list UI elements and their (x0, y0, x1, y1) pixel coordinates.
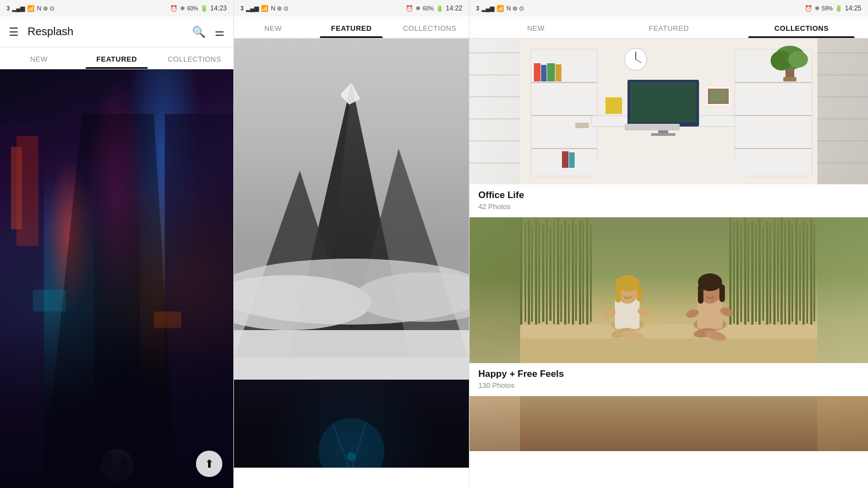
search-icon[interactable]: 🔍 (192, 25, 206, 39)
svg-rect-56 (605, 97, 622, 114)
svg-rect-57 (575, 123, 589, 128)
status-left-3: 3 ▂▄▆ 📶 N ⊛ ⊙ (476, 5, 524, 12)
svg-rect-5 (33, 289, 66, 311)
happy-free-photo (470, 217, 868, 363)
collection-info-2: Happy + Free Feels 130 Photos (470, 363, 868, 396)
collection-count-2: 130 Photos (478, 381, 859, 390)
time-2: 14:22 (446, 4, 462, 12)
svg-rect-130 (520, 396, 817, 451)
status-icons-1: N ⊛ ⊙ (37, 5, 54, 12)
third-collection-photo (470, 396, 868, 451)
svg-rect-41 (651, 133, 675, 136)
time-1: 14:23 (210, 4, 227, 12)
collection-item-1[interactable]: Office Life 42 Photos (470, 39, 868, 217)
wifi-icon-1: 📶 (27, 5, 35, 12)
status-right-2: ⏰ ❄ 60% 🔋 14:22 (406, 4, 462, 12)
mountain-area (234, 39, 469, 488)
alarm-icon-2: ⏰ (406, 5, 413, 12)
header-icons: 🔍 ⚌ (192, 25, 225, 39)
dark-scene-svg (234, 380, 469, 468)
alarm-icon-1: ⏰ (170, 5, 178, 12)
tab-bar-1: NEW FEATURED COLLECTIONS (0, 47, 233, 69)
tab-new-3[interactable]: NEW (470, 17, 602, 38)
collection-item-2[interactable]: Happy + Free Feels 130 Photos (470, 217, 868, 396)
tab-featured-3[interactable]: FEATURED (602, 17, 735, 38)
filter-icon[interactable]: ⚌ (215, 25, 225, 39)
bluetooth-icon-1: ❄ (180, 5, 185, 12)
svg-rect-32 (547, 63, 555, 81)
bars-icon-3: ▂▄▆ (482, 5, 495, 12)
bluetooth-icon-2: ❄ (416, 5, 421, 12)
svg-point-8 (103, 452, 112, 474)
mountain-svg (234, 39, 469, 380)
battery-icon-2: 🔋 (436, 5, 444, 12)
app-title: Resplash (28, 25, 192, 38)
photo-area-1: ⬆ (0, 69, 233, 488)
collection-info-1: Office Life 42 Photos (470, 184, 868, 217)
wifi-icon-3: 📶 (496, 5, 504, 12)
status-left-1: 3 ▂▄▆ 📶 N ⊛ ⊙ (7, 5, 54, 12)
status-bar-3: 3 ▂▄▆ 📶 N ⊛ ⊙ ⏰ ❄ 59% 🔋 14:25 (470, 0, 868, 17)
svg-rect-33 (555, 64, 561, 81)
tab-featured-1[interactable]: FEATURED (78, 47, 155, 69)
status-icons-2: N ⊛ ⊙ (271, 5, 288, 12)
tab-collections-3[interactable]: COLLECTIONS (735, 17, 868, 38)
svg-rect-128 (520, 217, 817, 363)
svg-rect-31 (541, 65, 547, 81)
svg-rect-58 (592, 162, 746, 179)
third-svg (470, 396, 868, 451)
app-header: ☰ Resplash 🔍 ⚌ (0, 17, 233, 47)
svg-point-7 (101, 449, 134, 482)
office-life-photo (470, 39, 868, 184)
tab-collections-1[interactable]: COLLECTIONS (156, 47, 233, 69)
battery-pct-2: 60% (423, 6, 434, 12)
svg-rect-60 (710, 91, 727, 102)
svg-rect-51 (783, 77, 796, 81)
svg-rect-3 (165, 114, 233, 476)
svg-rect-2 (11, 147, 22, 229)
signal-strength-2: 3 (241, 6, 244, 12)
menu-icon[interactable]: ☰ (9, 25, 19, 39)
bars-icon-1: ▂▄▆ (12, 5, 25, 12)
wifi-icon-2: 📶 (261, 5, 269, 12)
bars-icon-2: ▂▄▆ (246, 5, 259, 12)
tab-bar-3: NEW FEATURED COLLECTIONS (470, 17, 868, 39)
mountain-photo (234, 39, 469, 380)
svg-point-9 (119, 456, 127, 475)
signal-strength-1: 3 (7, 6, 10, 12)
svg-rect-30 (534, 63, 541, 81)
battery-pct-3: 59% (822, 6, 833, 12)
svg-rect-42 (735, 50, 812, 176)
collection-list: Office Life 42 Photos (470, 39, 868, 488)
upload-icon: ⬆ (205, 457, 214, 470)
collection-name-2: Happy + Free Feels (478, 369, 859, 380)
panel-1: 3 ▂▄▆ 📶 N ⊛ ⊙ ⏰ ❄ 60% 🔋 14:23 ☰ Resplash… (0, 0, 234, 488)
tab-collections-2[interactable]: COLLECTIONS (391, 17, 469, 38)
upload-fab[interactable]: ⬆ (196, 451, 222, 477)
status-bar-1: 3 ▂▄▆ 📶 N ⊛ ⊙ ⏰ ❄ 60% 🔋 14:23 (0, 0, 233, 17)
alarm-icon-3: ⏰ (805, 5, 812, 12)
bluetooth-icon-3: ❄ (815, 5, 820, 12)
status-icons-3: N ⊛ ⊙ (506, 5, 524, 12)
status-bar-2: 3 ▂▄▆ 📶 N ⊛ ⊙ ⏰ ❄ 60% 🔋 14:22 (234, 0, 469, 17)
panel-2: 3 ▂▄▆ 📶 N ⊛ ⊙ ⏰ ❄ 60% 🔋 14:22 NEW FEATUR… (234, 0, 470, 488)
status-left-2: 3 ▂▄▆ 📶 N ⊛ ⊙ (241, 5, 288, 12)
collection-item-3[interactable] (470, 396, 868, 451)
svg-rect-34 (562, 151, 569, 168)
battery-icon-3: 🔋 (835, 5, 843, 12)
svg-rect-46 (625, 124, 680, 130)
tab-bar-2: NEW FEATURED COLLECTIONS (234, 17, 469, 39)
tab-featured-2[interactable]: FEATURED (312, 17, 390, 38)
svg-rect-19 (234, 330, 469, 380)
status-right-1: ⏰ ❄ 60% 🔋 14:23 (170, 4, 227, 12)
friends-svg (470, 217, 868, 363)
battery-icon-1: 🔋 (200, 5, 208, 12)
svg-point-49 (788, 51, 808, 68)
office-svg (470, 39, 868, 184)
tab-new-1[interactable]: NEW (0, 47, 78, 69)
time-3: 14:25 (845, 4, 861, 12)
status-right-3: ⏰ ❄ 59% 🔋 14:25 (805, 4, 861, 12)
city-svg (0, 69, 233, 488)
tab-new-2[interactable]: NEW (234, 17, 312, 38)
svg-rect-39 (630, 83, 696, 122)
